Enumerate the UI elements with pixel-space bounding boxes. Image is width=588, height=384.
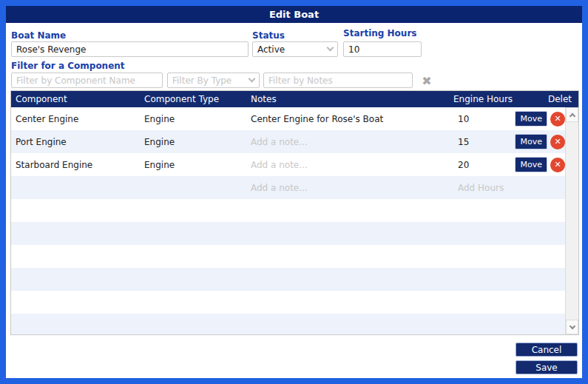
chevron-down-icon bbox=[327, 44, 334, 52]
component-type-cell: Engine bbox=[140, 160, 246, 170]
cancel-button[interactable]: Cancel bbox=[516, 343, 578, 357]
clear-filter-icon[interactable]: ✖ bbox=[418, 73, 436, 89]
table-row[interactable]: Port Engine Engine Add a note... 15 Move… bbox=[11, 130, 565, 153]
empty-row bbox=[11, 268, 565, 291]
components-table: Component Component Type Notes Engine Ho… bbox=[10, 90, 579, 335]
empty-row bbox=[11, 222, 565, 245]
engine-hours-cell[interactable]: 10 bbox=[449, 114, 511, 124]
delete-icon[interactable]: ✕ bbox=[550, 112, 565, 127]
vertical-scrollbar[interactable] bbox=[565, 107, 578, 334]
chevron-down-icon bbox=[249, 75, 256, 83]
component-cell: Port Engine bbox=[11, 137, 140, 147]
row-actions: Move ✕ bbox=[511, 134, 565, 149]
table-row[interactable]: Center Engine Engine Center Engine for R… bbox=[11, 107, 565, 130]
engine-hours-cell[interactable]: 15 bbox=[449, 137, 511, 147]
save-button[interactable]: Save bbox=[516, 360, 578, 374]
engine-hours-cell[interactable]: 20 bbox=[449, 160, 511, 170]
status-selected-value: Active bbox=[257, 44, 328, 55]
new-component-row[interactable]: Add a note... Add Hours bbox=[11, 176, 565, 199]
starting-hours-input[interactable] bbox=[343, 41, 422, 57]
row-actions: Move ✕ bbox=[511, 111, 565, 127]
edit-boat-dialog: Edit Boat Boat Name Status Starting Hour… bbox=[6, 6, 582, 378]
dialog-titlebar: Edit Boat bbox=[6, 6, 582, 23]
col-header-engine-hours: Engine Hours bbox=[453, 91, 513, 107]
empty-row bbox=[11, 291, 565, 314]
col-header-type: Component Type bbox=[144, 91, 219, 107]
component-cell: Center Engine bbox=[11, 114, 140, 124]
dialog-title: Edit Boat bbox=[269, 9, 319, 20]
table-row[interactable]: Starboard Engine Engine Add a note... 20… bbox=[11, 153, 565, 176]
col-header-delete: Delet bbox=[548, 91, 572, 107]
notes-cell[interactable]: Add a note... bbox=[246, 137, 449, 147]
filter-notes-input[interactable] bbox=[263, 73, 413, 88]
delete-icon[interactable]: ✕ bbox=[550, 135, 565, 149]
starting-hours-label: Starting Hours bbox=[343, 28, 416, 38]
col-header-component: Component bbox=[16, 91, 67, 107]
move-button[interactable]: Move bbox=[515, 157, 547, 172]
filter-component-name-input[interactable] bbox=[11, 73, 163, 88]
notes-cell[interactable]: Add a note... bbox=[246, 183, 449, 193]
empty-row bbox=[11, 314, 565, 334]
filter-type-placeholder: Filter By Type bbox=[172, 75, 249, 86]
delete-icon[interactable]: ✕ bbox=[550, 158, 565, 172]
component-type-cell: Engine bbox=[140, 114, 246, 124]
empty-row bbox=[11, 245, 565, 268]
chevron-down-icon bbox=[569, 323, 575, 329]
scroll-up-button[interactable] bbox=[566, 107, 578, 122]
boat-name-input[interactable] bbox=[11, 41, 249, 57]
table-body: Center Engine Engine Center Engine for R… bbox=[11, 107, 565, 334]
move-button[interactable]: Move bbox=[515, 111, 547, 127]
col-header-notes: Notes bbox=[251, 91, 277, 107]
engine-hours-cell[interactable]: Add Hours bbox=[449, 183, 511, 193]
scroll-down-button[interactable] bbox=[566, 320, 578, 334]
filter-type-select[interactable]: Filter By Type bbox=[167, 73, 260, 88]
status-select[interactable]: Active bbox=[252, 41, 338, 57]
move-button[interactable]: Move bbox=[515, 134, 547, 149]
status-label: Status bbox=[252, 30, 285, 41]
component-cell: Starboard Engine bbox=[11, 160, 140, 170]
filter-section-label: Filter for a Component bbox=[11, 61, 125, 71]
chevron-up-icon bbox=[569, 112, 575, 118]
notes-cell[interactable]: Center Engine for Rose's Boat bbox=[246, 114, 449, 124]
edit-boat-window: Edit Boat Boat Name Status Starting Hour… bbox=[0, 0, 588, 384]
empty-row bbox=[11, 199, 565, 222]
component-type-cell: Engine bbox=[140, 137, 246, 147]
row-actions: Move ✕ bbox=[511, 157, 565, 172]
boat-name-label: Boat Name bbox=[11, 30, 66, 41]
notes-cell[interactable]: Add a note... bbox=[246, 160, 449, 170]
table-header: Component Component Type Notes Engine Ho… bbox=[11, 91, 578, 107]
